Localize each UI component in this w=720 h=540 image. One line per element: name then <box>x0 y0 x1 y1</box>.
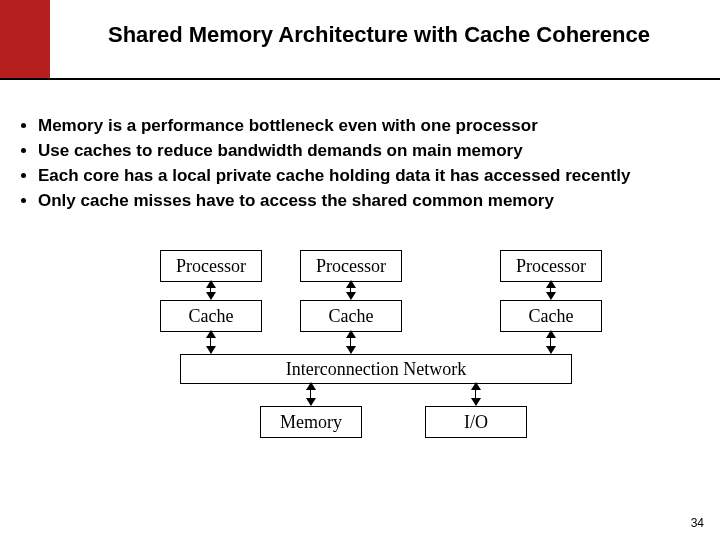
arrow <box>350 331 351 353</box>
processor-box: Processor <box>500 250 602 282</box>
slide-title: Shared Memory Architecture with Cache Co… <box>108 22 668 48</box>
bullet-list: Memory is a performance bottleneck even … <box>20 115 700 215</box>
arrow <box>210 331 211 353</box>
memory-box: Memory <box>260 406 362 438</box>
bullet-item: Only cache misses have to access the sha… <box>38 190 700 213</box>
accent-band <box>0 0 50 80</box>
cache-box: Cache <box>300 300 402 332</box>
arrow <box>475 383 476 405</box>
io-box: I/O <box>425 406 527 438</box>
arrow <box>550 281 551 299</box>
bullet-item: Use caches to reduce bandwidth demands o… <box>38 140 700 163</box>
interconnection-network-box: Interconnection Network <box>180 354 572 384</box>
arrow <box>350 281 351 299</box>
processor-box: Processor <box>160 250 262 282</box>
processor-box: Processor <box>300 250 402 282</box>
page-number: 34 <box>691 516 704 530</box>
bullet-item: Each core has a local private cache hold… <box>38 165 700 188</box>
architecture-diagram: Processor Processor Processor Cache Cach… <box>0 250 720 510</box>
arrow <box>210 281 211 299</box>
cache-box: Cache <box>160 300 262 332</box>
arrow <box>310 383 311 405</box>
title-underline <box>108 78 478 80</box>
arrow <box>550 331 551 353</box>
bullet-item: Memory is a performance bottleneck even … <box>38 115 700 138</box>
cache-box: Cache <box>500 300 602 332</box>
